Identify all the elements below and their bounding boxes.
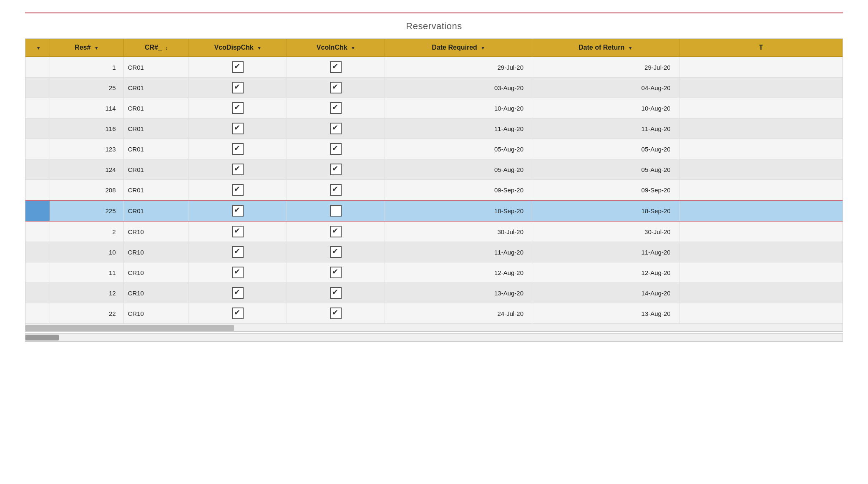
cell-vcoin[interactable] [287, 139, 385, 159]
table-row[interactable]: 116CR0111-Aug-2011-Aug-20 [25, 118, 843, 139]
cell-vcoin[interactable] [287, 262, 385, 283]
cell-res: 2 [50, 221, 123, 242]
cell-vcoin[interactable] [287, 221, 385, 242]
checkbox-vcodisp[interactable] [232, 123, 244, 134]
cell-vcodisp[interactable] [189, 139, 287, 159]
checkbox-vcoin[interactable] [330, 184, 342, 196]
table-row[interactable]: 10CR1011-Aug-2011-Aug-20 [25, 242, 843, 262]
cell-vcodisp[interactable] [189, 242, 287, 262]
checkbox-vcoin[interactable] [330, 123, 342, 134]
cell-vcoin[interactable] [287, 159, 385, 180]
checkbox-vcodisp[interactable] [232, 143, 244, 155]
cell-vcodisp[interactable] [189, 221, 287, 242]
table-row[interactable]: 124CR0105-Aug-2005-Aug-20 [25, 159, 843, 180]
cell-vcodisp[interactable] [189, 200, 287, 221]
cell-vcoin[interactable] [287, 283, 385, 303]
col-datereturn-arrow: ▼ [628, 45, 633, 50]
bottom-scroll-thumb[interactable] [25, 335, 59, 340]
col-vcodisp-label: VcoDispChk [214, 44, 254, 51]
row-selector [25, 262, 50, 283]
cell-vcodisp[interactable] [189, 180, 287, 201]
table-row[interactable]: 123CR0105-Aug-2005-Aug-20 [25, 139, 843, 159]
cell-vcoin[interactable] [287, 98, 385, 118]
table-row[interactable]: 1CR0129-Jul-2029-Jul-20 [25, 57, 843, 78]
bottom-scrollbar-area[interactable] [25, 333, 843, 342]
checkbox-vcoin[interactable] [330, 164, 342, 175]
col-header-datereq[interactable]: Date Required ▼ [385, 39, 532, 57]
horizontal-scrollbar[interactable] [25, 324, 843, 331]
checkbox-vcodisp[interactable] [232, 184, 244, 196]
col-vcoin-arrow: ▼ [351, 45, 355, 50]
col-vcodisp-arrow: ▼ [257, 45, 262, 50]
cell-cr: CR01 [123, 57, 189, 78]
col-header-datereturn[interactable]: Date of Return ▼ [532, 39, 679, 57]
checkbox-vcoin[interactable] [330, 226, 342, 237]
checkbox-vcoin[interactable] [330, 287, 342, 299]
cell-vcodisp[interactable] [189, 303, 287, 324]
cell-last [679, 159, 843, 180]
checkbox-vcodisp[interactable] [232, 267, 244, 278]
cell-datereturn: 05-Aug-20 [532, 139, 679, 159]
checkbox-vcodisp[interactable] [232, 61, 244, 73]
cell-vcoin[interactable] [287, 180, 385, 201]
col-header-cr[interactable]: CR#_ ↕ [123, 39, 189, 57]
table-body: 1CR0129-Jul-2029-Jul-2025CR0103-Aug-2004… [25, 57, 843, 324]
col-header-vcodisp[interactable]: VcoDispChk ▼ [189, 39, 287, 57]
cell-vcoin[interactable] [287, 57, 385, 78]
table-row[interactable]: 11CR1012-Aug-2012-Aug-20 [25, 262, 843, 283]
col-header-last[interactable]: T [679, 39, 843, 57]
col-header-0[interactable]: ▼ [25, 39, 50, 57]
cell-datereq: 30-Jul-20 [385, 221, 532, 242]
checkbox-vcoin[interactable] [330, 143, 342, 155]
cell-vcoin[interactable] [287, 200, 385, 221]
cell-vcoin[interactable] [287, 118, 385, 139]
table-row[interactable]: 12CR1013-Aug-2014-Aug-20 [25, 283, 843, 303]
cell-vcodisp[interactable] [189, 118, 287, 139]
checkbox-vcodisp[interactable] [232, 226, 244, 237]
cell-last [679, 180, 843, 201]
cell-vcoin[interactable] [287, 303, 385, 324]
cell-datereturn: 10-Aug-20 [532, 98, 679, 118]
cell-datereq: 13-Aug-20 [385, 283, 532, 303]
checkbox-vcoin[interactable] [330, 267, 342, 278]
checkbox-vcoin[interactable] [330, 308, 342, 319]
checkbox-vcoin[interactable] [330, 82, 342, 93]
table-row[interactable]: 114CR0110-Aug-2010-Aug-20 [25, 98, 843, 118]
table-row[interactable]: 25CR0103-Aug-2004-Aug-20 [25, 78, 843, 98]
checkbox-vcoin[interactable] [330, 246, 342, 258]
table-row[interactable]: 22CR1024-Jul-2013-Aug-20 [25, 303, 843, 324]
table-row[interactable]: 208CR0109-Sep-2009-Sep-20 [25, 180, 843, 201]
cell-vcodisp[interactable] [189, 283, 287, 303]
cell-vcodisp[interactable] [189, 262, 287, 283]
cell-vcoin[interactable] [287, 242, 385, 262]
cell-vcodisp[interactable] [189, 159, 287, 180]
scroll-thumb[interactable] [25, 325, 234, 331]
checkbox-vcodisp[interactable] [232, 102, 244, 114]
checkbox-vcoin[interactable] [330, 205, 342, 217]
col-header-vcoin[interactable]: VcoInChk ▼ [287, 39, 385, 57]
table-container: ▼ Res# ▼ CR#_ ↕ VcoDispChk ▼ [25, 38, 843, 332]
cell-datereq: 11-Aug-20 [385, 118, 532, 139]
table-row[interactable]: 2CR1030-Jul-2030-Jul-20 [25, 221, 843, 242]
cell-datereturn: 14-Aug-20 [532, 283, 679, 303]
checkbox-vcodisp[interactable] [232, 308, 244, 319]
checkbox-vcodisp[interactable] [232, 82, 244, 93]
cell-vcodisp[interactable] [189, 78, 287, 98]
cell-vcoin[interactable] [287, 78, 385, 98]
col-header-res[interactable]: Res# ▼ [50, 39, 123, 57]
cell-cr: CR01 [123, 118, 189, 139]
cell-vcodisp[interactable] [189, 98, 287, 118]
checkbox-vcodisp[interactable] [232, 205, 244, 217]
cell-datereq: 05-Aug-20 [385, 139, 532, 159]
row-selector [25, 98, 50, 118]
cell-vcodisp[interactable] [189, 57, 287, 78]
table-row[interactable]: 225CR0118-Sep-2018-Sep-20 [25, 200, 843, 221]
checkbox-vcodisp[interactable] [232, 164, 244, 175]
checkbox-vcoin[interactable] [330, 102, 342, 114]
cell-cr: CR01 [123, 98, 189, 118]
cell-datereq: 09-Sep-20 [385, 180, 532, 201]
checkbox-vcoin[interactable] [330, 61, 342, 73]
checkbox-vcodisp[interactable] [232, 287, 244, 299]
checkbox-vcodisp[interactable] [232, 246, 244, 258]
col-datereturn-label: Date of Return [579, 44, 624, 51]
